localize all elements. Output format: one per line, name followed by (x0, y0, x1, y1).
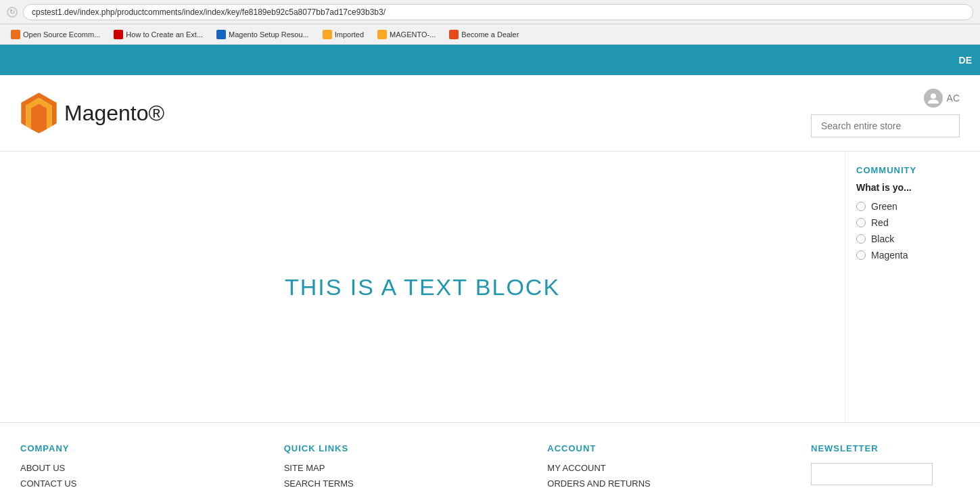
sidebar-section-title: COMMUNITY (856, 165, 969, 175)
footer-company-title: COMPANY (20, 443, 271, 453)
footer-orders-returns[interactable]: ORDERS AND RETURNS (547, 478, 797, 489)
footer-account-title: ACCOUNT (547, 443, 797, 453)
footer-col-company: COMPANY ABOUT US CONTACT US CUSTOMER SER… (20, 443, 284, 492)
bookmark-label-6: Become a Dealer (461, 30, 519, 39)
bookmark-favicon-1 (11, 30, 20, 39)
radio-magenta-label: Magenta (871, 250, 908, 261)
radio-black-label: Black (871, 233, 894, 244)
account-label: AC (947, 93, 960, 104)
radio-option-green[interactable]: Green (856, 201, 969, 212)
bookmark-how-to-create[interactable]: How to Create an Ext... (108, 28, 208, 41)
footer-my-account[interactable]: MY ACCOUNT (547, 463, 797, 473)
svg-point-3 (931, 93, 936, 99)
radio-red-label: Red (871, 217, 889, 228)
footer-search-terms[interactable]: SEARCH TERMS (284, 478, 534, 489)
bookmark-label-2: How to Create an Ext... (126, 30, 203, 39)
bookmark-favicon-6 (449, 30, 459, 39)
footer-col-account: ACCOUNT MY ACCOUNT ORDERS AND RETURNS (547, 443, 811, 492)
header-right: AC (811, 89, 960, 137)
newsletter-title: NEWSLETTER (811, 443, 960, 453)
footer-quick-links-title: QUICK LINKS (284, 443, 534, 453)
site-header: Magento® AC (0, 75, 980, 152)
magento-logo-icon (20, 93, 57, 133)
browser-url-bar[interactable]: cpstest1.dev/index.php/productcomments/i… (23, 4, 973, 20)
bookmark-open-source[interactable]: Open Source Ecomm... (5, 28, 106, 41)
newsletter-input[interactable] (811, 463, 933, 485)
main-container: THIS IS A TEXT BLOCK COMMUNITY What is y… (0, 152, 980, 422)
footer-contact-us[interactable]: CONTACT US (20, 478, 271, 489)
bookmark-become-dealer[interactable]: Become a Dealer (444, 28, 524, 41)
bookmark-magento[interactable]: MAGENTO-... (372, 28, 441, 41)
main-content: THIS IS A TEXT BLOCK (0, 152, 845, 422)
svg-marker-2 (31, 104, 47, 133)
bookmark-favicon-5 (377, 30, 387, 39)
radio-black-circle (856, 234, 866, 244)
radio-magenta-circle (856, 250, 866, 260)
search-input[interactable] (811, 114, 960, 137)
account-row: AC (924, 89, 960, 108)
bookmark-label-1: Open Source Ecomm... (23, 30, 100, 39)
text-block-heading: THIS IS A TEXT BLOCK (285, 274, 560, 300)
top-accent-bar: DE (0, 45, 980, 75)
radio-green-label: Green (871, 201, 897, 212)
top-accent-label: DE (959, 55, 972, 66)
browser-chrome: ↻ cpstest1.dev/index.php/productcomments… (0, 0, 980, 24)
radio-option-red[interactable]: Red (856, 217, 969, 228)
radio-option-magenta[interactable]: Magenta (856, 250, 969, 261)
account-icon (924, 89, 943, 108)
footer-about-us[interactable]: ABOUT US (20, 463, 271, 473)
bookmark-imported[interactable]: Imported (317, 28, 369, 41)
bookmark-magento-setup[interactable]: Magento Setup Resou... (211, 28, 314, 41)
bookmark-favicon-2 (114, 30, 123, 39)
footer-newsletter: NEWSLETTER (811, 443, 960, 492)
bookmark-label-5: MAGENTO-... (390, 30, 436, 39)
radio-green-circle (856, 202, 866, 211)
bookmark-label-3: Magento Setup Resou... (229, 30, 309, 39)
bookmarks-bar: Open Source Ecomm... How to Create an Ex… (0, 24, 980, 45)
user-icon (928, 93, 939, 104)
right-sidebar: COMMUNITY What is yo... Green Red Black … (845, 152, 980, 422)
url-text: cpstest1.dev/index.php/productcomments/i… (32, 7, 386, 17)
logo-text: Magento® (64, 101, 164, 126)
browser-spinner-icon: ↻ (7, 7, 18, 18)
footer-col-quick-links: QUICK LINKS SITE MAP SEARCH TERMS ADVANC… (284, 443, 548, 492)
radio-option-black[interactable]: Black (856, 233, 969, 244)
site-footer: COMPANY ABOUT US CONTACT US CUSTOMER SER… (0, 422, 980, 492)
logo-area[interactable]: Magento® (20, 93, 164, 133)
bookmark-label-4: Imported (335, 30, 364, 39)
sidebar-question: What is yo... (856, 182, 969, 193)
radio-red-circle (856, 218, 866, 227)
bookmark-favicon-4 (323, 30, 332, 39)
footer-site-map[interactable]: SITE MAP (284, 463, 534, 473)
bookmark-favicon-3 (216, 30, 226, 39)
